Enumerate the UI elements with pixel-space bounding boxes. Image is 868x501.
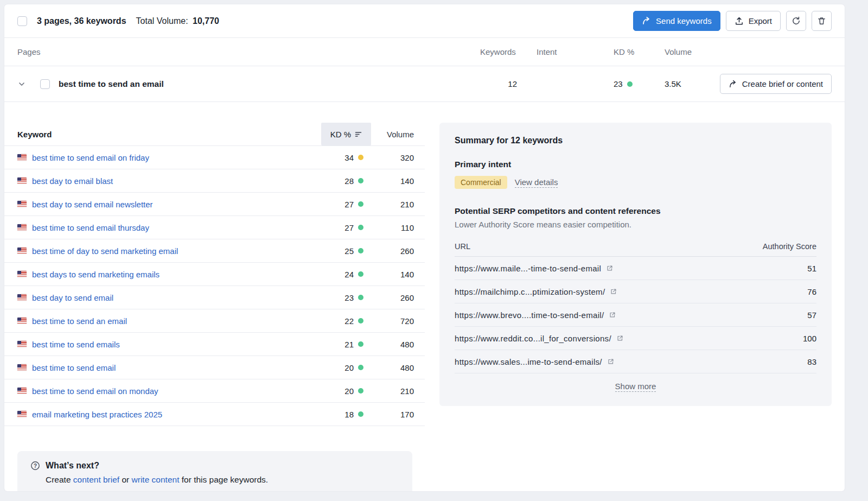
keyword-link[interactable]: best time of day to send marketing email bbox=[32, 246, 178, 256]
view-details-link[interactable]: View details bbox=[515, 177, 558, 188]
keyword-row: best day to send email 23 260 bbox=[4, 286, 425, 309]
keyword-link[interactable]: best time to send email bbox=[32, 363, 116, 372]
create-brief-button[interactable]: Create brief or content bbox=[720, 74, 832, 94]
competitor-table-header: URL Authority Score bbox=[455, 242, 816, 257]
keyword-link[interactable]: email marketing best practices 2025 bbox=[32, 410, 162, 419]
us-flag-icon bbox=[17, 294, 27, 301]
pages-column-header: Pages bbox=[17, 47, 475, 56]
competitor-url-cell[interactable]: https://mailchimp.c...ptimization-system… bbox=[455, 287, 617, 296]
select-all-checkbox[interactable] bbox=[17, 16, 27, 26]
competitor-url-cell[interactable]: https://www.reddit.co...il_for_conversio… bbox=[455, 334, 624, 343]
us-flag-icon bbox=[17, 177, 27, 184]
keyword-kd-value: 27 bbox=[344, 200, 354, 209]
refresh-button[interactable] bbox=[786, 11, 806, 31]
authority-score: 76 bbox=[807, 287, 816, 296]
competitor-url-cell[interactable]: https://www.brevo....time-to-send-email/ bbox=[455, 310, 616, 320]
send-keywords-button[interactable]: Send keywords bbox=[633, 11, 720, 31]
keyword-link[interactable]: best time to send email on friday bbox=[32, 153, 149, 162]
show-more-link[interactable]: Show more bbox=[615, 382, 656, 392]
total-volume-value: 10,770 bbox=[193, 16, 219, 26]
keyword-kd-cell: 20 bbox=[321, 363, 371, 372]
kd-dot bbox=[358, 201, 363, 207]
external-link-icon bbox=[606, 264, 614, 272]
export-label: Export bbox=[749, 16, 772, 26]
trash-icon bbox=[817, 16, 826, 26]
keyword-row: best time to send emails 21 480 bbox=[4, 332, 425, 356]
keyword-link[interactable]: best day to email blast bbox=[32, 176, 113, 186]
competitor-row: https://www.sales...ime-to-send-emails/ … bbox=[455, 350, 816, 373]
keyword-kd-value: 20 bbox=[344, 363, 354, 372]
keyword-row: best time to send email on monday 20 210 bbox=[4, 379, 425, 402]
keyword-name-cell: best day to email blast bbox=[4, 176, 321, 186]
create-brief-label: Create brief or content bbox=[742, 79, 823, 88]
kd-dot bbox=[358, 318, 363, 324]
sort-descending-icon bbox=[355, 131, 362, 138]
keyword-link[interactable]: best time to send emails bbox=[32, 340, 120, 349]
competitor-url: https://www.maile...-time-to-send-email bbox=[455, 264, 601, 273]
us-flag-icon bbox=[17, 154, 27, 161]
keyword-kd-cell: 22 bbox=[321, 316, 371, 326]
whats-next-box: ? What’s next? Create content brief or w… bbox=[17, 451, 412, 491]
keyword-table-body: best time to send email on friday 34 320… bbox=[4, 145, 425, 426]
keyword-volume: 320 bbox=[371, 153, 425, 162]
keyword-volume: 480 bbox=[371, 340, 425, 349]
page-checkbox[interactable] bbox=[40, 79, 50, 89]
keyword-link[interactable]: best time to send email on monday bbox=[32, 386, 158, 396]
keyword-table: Keyword KD % Volume best time to send em… bbox=[4, 123, 425, 491]
write-content-link[interactable]: write content bbox=[132, 475, 180, 484]
total-volume: Total Volume: 10,770 bbox=[136, 16, 219, 26]
keyword-header-label: Keyword bbox=[4, 130, 321, 139]
keyword-kd-value: 24 bbox=[344, 270, 354, 279]
competitor-row: https://www.maile...-time-to-send-email … bbox=[455, 257, 816, 280]
us-flag-icon bbox=[17, 388, 27, 394]
keyword-link[interactable]: best days to send marketing emails bbox=[32, 270, 159, 279]
keyword-kd-cell: 34 bbox=[321, 153, 371, 162]
us-flag-icon bbox=[17, 364, 27, 371]
page-kd-dot bbox=[627, 81, 633, 87]
us-flag-icon bbox=[17, 318, 27, 324]
us-flag-icon bbox=[17, 411, 27, 417]
keyword-row: best time to send email 20 480 bbox=[4, 356, 425, 379]
collapse-page-button[interactable] bbox=[17, 80, 26, 88]
keyword-volume: 210 bbox=[371, 386, 425, 396]
serp-competitors-subtitle: Lower Authority Score means easier compe… bbox=[455, 220, 816, 229]
delete-button[interactable] bbox=[812, 11, 832, 31]
kd-dot bbox=[358, 411, 363, 417]
export-icon bbox=[735, 16, 744, 26]
page-kd-value: 23 bbox=[614, 79, 623, 88]
keyword-link[interactable]: best day to send email bbox=[32, 293, 113, 302]
kd-dot bbox=[358, 341, 363, 347]
keyword-link[interactable]: best time to send email thursday bbox=[32, 223, 149, 232]
keyword-kd-cell: 25 bbox=[321, 246, 371, 256]
competitor-url-cell[interactable]: https://www.sales...ime-to-send-emails/ bbox=[455, 357, 615, 366]
keyword-table-header: Keyword KD % Volume bbox=[4, 123, 425, 145]
keyword-kd-cell: 27 bbox=[321, 223, 371, 232]
keyword-name-cell: best time to send email on friday bbox=[4, 153, 321, 162]
keyword-name-cell: best time to send email on monday bbox=[4, 386, 321, 396]
keyword-volume: 110 bbox=[371, 223, 425, 232]
whats-next-title-row: ? What’s next? bbox=[30, 461, 399, 471]
content-brief-link[interactable]: content brief bbox=[73, 475, 119, 484]
kd-dot bbox=[358, 225, 363, 230]
competitor-url-cell[interactable]: https://www.maile...-time-to-send-email bbox=[455, 264, 614, 273]
keyword-name-cell: best days to send marketing emails bbox=[4, 270, 321, 279]
export-button[interactable]: Export bbox=[726, 11, 781, 31]
keyword-volume: 480 bbox=[371, 363, 425, 372]
keyword-kd-value: 18 bbox=[344, 410, 354, 419]
keyword-row: best days to send marketing emails 24 14… bbox=[4, 262, 425, 286]
show-more-wrap: Show more bbox=[455, 382, 816, 392]
page-volume: 3.5K bbox=[654, 79, 708, 88]
keyword-kd-cell: 18 bbox=[321, 410, 371, 419]
kd-header-label: KD % bbox=[330, 130, 351, 139]
whats-next-title: What’s next? bbox=[46, 461, 99, 471]
keyword-name-cell: best time to send email thursday bbox=[4, 223, 321, 232]
page-name-cell: best time to send an email bbox=[17, 79, 475, 89]
authority-score-column-header: Authority Score bbox=[763, 242, 816, 251]
keyword-volume: 210 bbox=[371, 200, 425, 209]
kd-sort-header[interactable]: KD % bbox=[321, 123, 371, 145]
keyword-link[interactable]: best time to send an email bbox=[32, 316, 127, 326]
intent-column-header: Intent bbox=[518, 47, 599, 56]
keyword-name-cell: best time to send emails bbox=[4, 340, 321, 349]
keyword-link[interactable]: best day to send email newsletter bbox=[32, 200, 153, 209]
external-link-icon bbox=[616, 334, 624, 342]
